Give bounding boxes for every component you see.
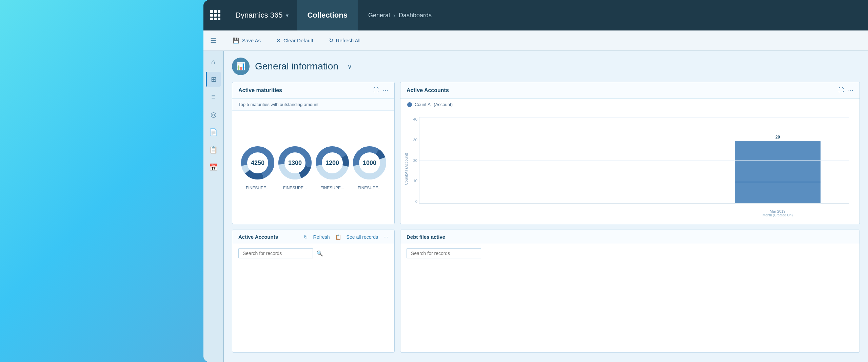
- donut-chart-4: 1000 FINESUPE...: [351, 144, 388, 190]
- waffle-menu[interactable]: [203, 0, 227, 30]
- debt-files-search-input[interactable]: [407, 248, 481, 258]
- more-options-icon[interactable]: ⋯: [383, 87, 388, 93]
- left-sidebar: ⌂ ⊞ ≡ ◎ 📄 📋 📅: [203, 51, 224, 362]
- debt-files-title: Debt files active: [407, 234, 445, 240]
- chart-legend: Count:All (Account): [400, 99, 860, 110]
- x-axis: Mar 2019 Month (Created On): [419, 209, 849, 217]
- active-accounts-list-widget: Active Accounts ↻ Refresh 📋 See all reco…: [232, 230, 395, 353]
- donut-charts-area: 4250 FINESUPE...: [232, 111, 394, 224]
- accounts-search-input[interactable]: [238, 248, 313, 258]
- donut-name-2: FINESUPE...: [283, 186, 307, 190]
- search-icon[interactable]: 🔍: [316, 250, 323, 257]
- see-all-label[interactable]: See all records: [347, 234, 378, 240]
- active-maturities-title: Active maturities: [238, 87, 282, 93]
- widget-actions: ⛶ ⋯: [373, 87, 388, 93]
- expand-icon[interactable]: ⛶: [373, 87, 379, 93]
- bar-col-2: [563, 117, 706, 203]
- save-icon: 💾: [233, 37, 239, 44]
- donut-svg-3: 1200: [314, 144, 351, 182]
- y-label-40: 40: [413, 117, 417, 121]
- dashboard-title: General information: [255, 61, 338, 72]
- debt-files-search-row: [400, 244, 860, 262]
- debt-files-widget: Debt files active: [400, 230, 860, 353]
- y-label-10: 10: [413, 179, 417, 183]
- sidebar-item-calendar[interactable]: 📅: [206, 160, 221, 175]
- accounts-list-title: Active Accounts: [238, 234, 278, 240]
- collections-label: Collections: [307, 11, 348, 20]
- donut-label-2: 1300: [288, 159, 302, 167]
- dashboard-area: 📊 General information ∨ Active maturitie…: [224, 51, 868, 362]
- x-label-1: [419, 209, 563, 217]
- accounts-list-actions: ↻ Refresh 📋 See all records ⋯: [304, 234, 388, 240]
- dynamics-label: Dynamics 365: [235, 11, 282, 20]
- sidebar-item-report[interactable]: 📋: [206, 142, 221, 157]
- refresh-icon: ↻: [329, 37, 333, 44]
- save-as-button[interactable]: 💾 Save As: [230, 36, 263, 45]
- y-label-0: 0: [415, 199, 417, 204]
- active-maturities-subtitle: Top 5 maturities with outstanding amount: [232, 99, 394, 111]
- dashboard-header: 📊 General information ∨: [232, 58, 860, 75]
- accounts-expand-icon[interactable]: ⛶: [839, 87, 844, 93]
- sidebar-item-eye[interactable]: ◎: [206, 107, 221, 122]
- bars: 29: [419, 117, 849, 203]
- accounts-chart-header: Active Accounts ⛶ ⋯: [400, 82, 860, 99]
- legend-dot: [407, 102, 412, 107]
- top-navigation: Dynamics 365 ▾ Collections General › Das…: [203, 0, 868, 30]
- refresh-label[interactable]: Refresh: [313, 234, 330, 240]
- refresh-all-button[interactable]: ↻ Refresh All: [326, 36, 363, 45]
- legend-label: Count:All (Account): [415, 102, 453, 107]
- donut-label-3: 1200: [326, 159, 339, 167]
- y-label-30: 30: [413, 138, 417, 142]
- active-maturities-widget: Active maturities ⛶ ⋯ Top 5 maturities w…: [232, 82, 395, 224]
- clear-icon: ✕: [276, 37, 281, 44]
- dashboard-chevron-icon[interactable]: ∨: [347, 62, 352, 70]
- collections-nav-item[interactable]: Collections: [297, 0, 358, 30]
- dashboard-icon: 📊: [232, 58, 250, 75]
- accounts-search-row: 🔍: [232, 244, 394, 262]
- donut-name-1: FINESUPE...: [246, 186, 270, 190]
- sidebar-item-doc[interactable]: 📄: [206, 125, 221, 140]
- bar-col-3: 29: [706, 117, 849, 203]
- bar-3: [735, 141, 821, 203]
- clear-default-button[interactable]: ✕ Clear Default: [274, 36, 316, 45]
- active-accounts-chart-widget: Active Accounts ⛶ ⋯ Count:All (Account) …: [400, 82, 860, 224]
- dynamics-nav-item[interactable]: Dynamics 365 ▾: [227, 0, 297, 30]
- donut-label-4: 1000: [363, 159, 376, 167]
- refresh-icon-list[interactable]: ↻: [304, 234, 308, 240]
- bar-chart-area: Count:All (Account) 40 30 20 10 0: [400, 114, 860, 224]
- accounts-chart-actions: ⛶ ⋯: [839, 87, 853, 93]
- sidebar-item-home[interactable]: ⌂: [206, 54, 221, 69]
- y-label-20: 20: [413, 158, 417, 163]
- accounts-chart-title: Active Accounts: [407, 87, 449, 93]
- breadcrumb-general[interactable]: General: [368, 12, 390, 19]
- donut-chart-2: 1300 FINESUPE...: [276, 144, 314, 190]
- y-axis: 40 30 20 10 0: [404, 117, 417, 204]
- more-icon[interactable]: ⋯: [383, 234, 388, 240]
- breadcrumb-separator: ›: [393, 12, 395, 19]
- hamburger-icon[interactable]: ☰: [210, 37, 216, 45]
- dynamics-chevron-icon: ▾: [286, 12, 289, 19]
- breadcrumb-dashboards[interactable]: Dashboards: [399, 12, 432, 19]
- bar-col-1: [419, 117, 563, 203]
- x-label-3: Mar 2019 Month (Created On): [706, 209, 849, 217]
- x-label-2: [563, 209, 706, 217]
- donut-name-3: FINESUPE...: [320, 186, 344, 190]
- accounts-list-header: Active Accounts ↻ Refresh 📋 See all reco…: [232, 230, 394, 244]
- donut-chart-3: 1200 FINESUPE...: [314, 144, 351, 190]
- bar-value-3: 29: [775, 135, 780, 140]
- sidebar-item-grid[interactable]: ⊞: [206, 72, 221, 87]
- debt-files-header: Debt files active: [400, 230, 860, 244]
- donut-name-4: FINESUPE...: [358, 186, 381, 190]
- donut-svg-1: 4250: [239, 144, 276, 182]
- bars-container: 29: [419, 117, 849, 204]
- accounts-more-icon[interactable]: ⋯: [848, 87, 853, 93]
- toolbar: ☰ 💾 Save As ✕ Clear Default ↻ Refresh Al…: [203, 30, 868, 51]
- breadcrumb: General › Dashboards: [358, 12, 442, 19]
- donut-svg-4: 1000: [351, 144, 388, 182]
- main-content: ⌂ ⊞ ≡ ◎ 📄 📋 📅 📊 General information ∨: [203, 51, 868, 362]
- donut-svg-2: 1300: [276, 144, 314, 182]
- donut-label-1: 4250: [251, 159, 264, 167]
- sidebar-item-menu[interactable]: ≡: [206, 89, 221, 104]
- donut-chart-1: 4250 FINESUPE...: [239, 144, 276, 190]
- dashboard-icon-symbol: 📊: [236, 62, 245, 71]
